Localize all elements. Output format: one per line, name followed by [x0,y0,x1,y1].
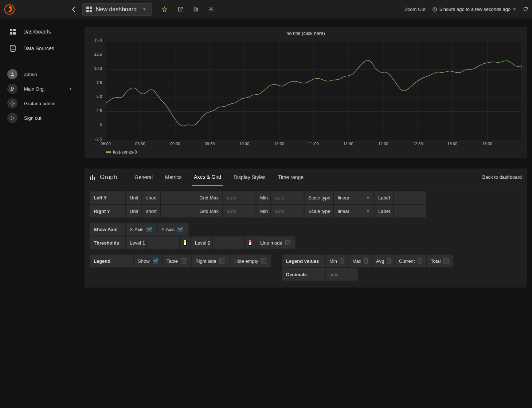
label-input[interactable] [394,205,426,218]
chevron-down-icon: ▼ [366,209,370,213]
time-range-picker[interactable]: 6 hours ago to a few seconds ago ▼ [432,7,516,12]
right-y-row: Right Y Unit short Grid Max Min Scale ty… [90,205,522,218]
dashboard-picker[interactable]: New dashboard ▼ [82,3,152,16]
gridmax-label: Grid Max [161,191,223,204]
color-swatch-icon [249,240,252,246]
scale-select[interactable]: linear▼ [334,191,374,204]
level1-label: Level 1 [126,236,147,249]
thresholds-row: Thresholds Level 1 Level 2 Line mode [90,236,522,249]
panel-type-label: Graph [90,174,124,181]
tab-axes-grid[interactable]: Axes & Grid [192,169,223,186]
back-chevron-icon[interactable] [66,7,81,12]
level2-input[interactable] [212,236,245,249]
xaxis-toggle[interactable]: X-Axis [126,223,157,236]
database-icon [9,45,17,52]
lv-total-toggle[interactable]: Total [427,254,453,268]
checkbox-icon [261,258,266,264]
svg-rect-10 [10,32,12,35]
decimals-input[interactable] [325,268,358,281]
grid-icon [86,7,92,12]
save-icon[interactable] [193,7,198,12]
top-bar: New dashboard ▼ Zoom Out 6 hours ago to … [0,0,532,19]
y-tick: 15.0 [94,38,102,42]
show-label: Show [138,258,150,264]
scale-label: Scale type [304,191,333,204]
min-input[interactable] [271,191,304,204]
checkbox-icon [387,258,391,264]
gear-icon[interactable] [208,7,214,12]
label-input[interactable] [394,191,426,204]
svg-rect-5 [90,10,92,12]
lv-avg-toggle[interactable]: Avg [372,254,395,268]
tab-metrics[interactable]: Metrics [164,169,183,186]
chevron-down-icon: ▼ [142,7,146,11]
sidebar-item-user[interactable]: admin [0,67,79,82]
avg-label: Avg [376,258,384,264]
zoom-out-button[interactable]: Zoom Out [404,7,426,12]
lv-current-toggle[interactable]: Current [395,254,426,268]
scale-select[interactable]: linear▼ [334,205,374,218]
legend-table-toggle[interactable]: Table [163,254,191,268]
total-label: Total [431,258,441,264]
unit-select[interactable]: short [142,205,160,218]
sidebar-item-label: Grafana admin [24,101,55,106]
back-to-dashboard-link[interactable]: Back to dashboard [482,174,522,180]
gridmax-input[interactable] [223,205,256,218]
chart-area[interactable]: 15.0 12.5 10.0 7.5 5.0 2.5 0 -2.5 [88,39,523,148]
level1-color[interactable] [180,236,191,249]
lv-min-toggle[interactable]: Min [325,254,348,268]
checkbox-icon [146,227,152,232]
share-icon[interactable] [177,7,183,12]
left-y-row: Left Y Unit short Grid Max Min Scale typ… [90,191,522,204]
star-icon[interactable] [162,7,167,12]
svg-rect-3 [90,7,92,9]
sidebar-item-signout[interactable]: Sign out [0,111,79,125]
panel-title[interactable]: no title (click here) [88,29,523,37]
svg-point-16 [12,103,13,104]
tab-general[interactable]: General [133,169,154,186]
line-mode-toggle[interactable]: Line mode [256,236,296,249]
legend-series-label: test-series-0 [113,150,137,155]
level1-input[interactable] [147,236,179,249]
tab-time-range[interactable]: Time range [277,169,305,186]
gridmax-input[interactable] [223,191,256,204]
clock-icon [432,7,437,12]
tab-display-styles[interactable]: Display Styles [232,169,267,186]
chart-legend: test-series-0 [88,148,523,155]
refresh-icon[interactable] [523,7,528,12]
yaxis-toggle[interactable]: Y-Axis [157,223,189,236]
legend-block: Legend Show Table Right side Hide em [90,254,271,268]
y-tick: 12.5 [94,52,102,56]
legend-hideempty-toggle[interactable]: Hide empty [230,254,271,268]
sidebar-item-admin[interactable]: Grafana admin [0,96,79,111]
sidebar-item-dashboards[interactable]: Dashboards [0,23,79,40]
xaxis-label: X-Axis [130,227,144,232]
x-tick: 11:00 [309,142,319,146]
show-axis-head: Show Axis [90,223,125,236]
content-area: no title (click here) 15.0 12.5 10.0 7.5… [79,19,532,408]
line-mode-label: Line mode [260,240,282,246]
grid-icon [9,29,17,35]
sidebar-item-datasources[interactable]: Data Sources [0,40,79,57]
dashboard-name: New dashboard [96,6,137,13]
x-tick: 09:00 [170,142,180,146]
legend-show-toggle[interactable]: Show [134,254,162,268]
checkbox-icon [340,258,344,264]
level2-color[interactable] [245,236,256,249]
y-tick: 5.0 [97,94,102,99]
grafana-logo[interactable] [0,0,19,19]
gridmax-label: Grid Max [161,205,223,218]
y-tick: 0 [100,123,102,127]
chevron-down-icon: ▼ [69,87,72,91]
min-input[interactable] [271,205,304,218]
unit-select[interactable]: short [142,191,160,204]
unit-label: Unit [126,205,142,218]
checkbox-icon [443,258,449,264]
lv-max-toggle[interactable]: Max [348,254,372,268]
y-tick: 2.5 [97,108,102,113]
sidebar-item-org[interactable]: Main Org. ▼ [0,82,79,96]
unit-value: short [146,195,157,201]
svg-point-12 [10,45,15,47]
legend-right-toggle[interactable]: Right side [191,254,230,268]
svg-point-13 [12,72,13,74]
